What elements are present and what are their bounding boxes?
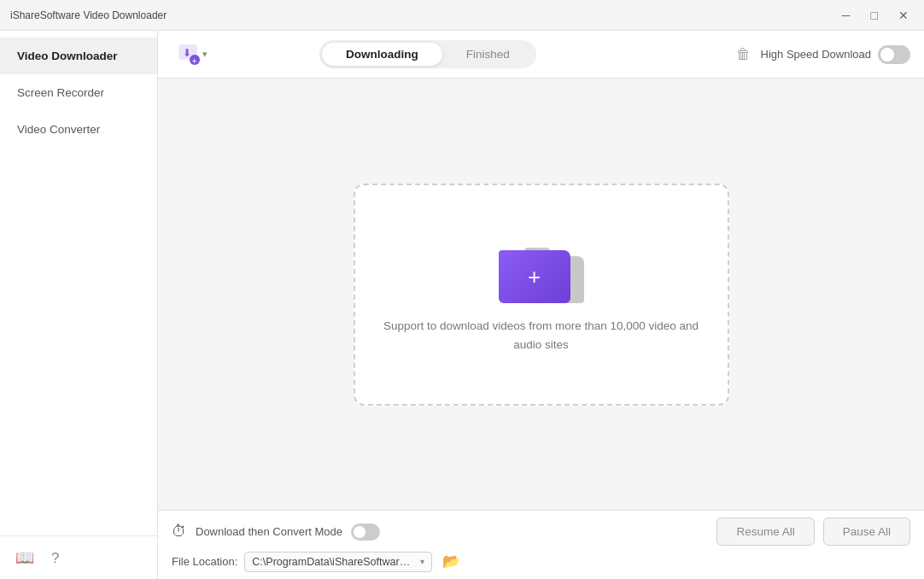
add-download-icon: ⬇ + <box>178 44 201 66</box>
toolbar: ⬇ + ▾ Downloading Finished 🗑 <box>158 31 924 79</box>
resume-all-button[interactable]: Resume All <box>716 518 814 546</box>
bottom-actions: Resume All Pause All <box>716 518 910 546</box>
folder-icon: + <box>499 235 584 303</box>
toggle-slider <box>878 45 910 64</box>
file-location-selector[interactable]: C:\ProgramData\iShareSoftware\Video Down… <box>244 552 432 572</box>
book-icon: 📖 <box>15 549 34 566</box>
tab-toggle: Downloading Finished <box>319 40 536 68</box>
sidebar: Video Downloader Screen Recorder Video C… <box>0 31 158 579</box>
open-folder-button[interactable]: 📂 <box>439 551 464 572</box>
window-controls: ─ □ ✕ <box>837 8 914 23</box>
trash-button[interactable]: 🗑 <box>733 43 754 67</box>
app-body: Video Downloader Screen Recorder Video C… <box>0 31 924 579</box>
bottom-bar: ⏱ Download then Convert Mode Resume All … <box>158 510 924 579</box>
title-bar: iShareSoftware Video Downloader ─ □ ✕ <box>0 0 924 31</box>
svg-text:⬇: ⬇ <box>183 47 191 59</box>
sidebar-bottom: 📖 ? <box>0 535 157 579</box>
svg-text:+: + <box>192 55 197 65</box>
high-speed-toggle[interactable] <box>878 45 910 64</box>
book-icon-button[interactable]: 📖 <box>14 547 36 569</box>
toolbar-right: 🗑 High Speed Download <box>733 43 910 67</box>
file-path-text: C:\ProgramData\iShareSoftware\Video Down… <box>252 556 415 568</box>
sidebar-item-video-downloader[interactable]: Video Downloader <box>0 38 157 74</box>
app-title: iShareSoftware Video Downloader <box>10 9 167 21</box>
drop-zone-area: + Support to download videos from more t… <box>158 79 924 510</box>
open-folder-icon: 📂 <box>442 553 460 570</box>
trash-icon: 🗑 <box>736 46 751 62</box>
close-button[interactable]: ✕ <box>893 8 914 23</box>
main-content: ⬇ + ▾ Downloading Finished 🗑 <box>158 31 924 579</box>
chevron-down-icon: ▾ <box>202 49 208 60</box>
help-icon: ? <box>51 550 59 566</box>
convert-toggle-slider <box>351 523 380 541</box>
add-download-button[interactable]: ⬇ + ▾ <box>172 38 214 71</box>
convert-mode-label: Download then Convert Mode <box>196 525 342 538</box>
sidebar-item-screen-recorder[interactable]: Screen Recorder <box>0 74 157 111</box>
bottom-row2: File Location: C:\ProgramData\iShareSoft… <box>172 551 910 572</box>
minimize-button[interactable]: ─ <box>837 8 856 23</box>
drop-zone-text: Support to download videos from more tha… <box>383 317 699 354</box>
maximize-button[interactable]: □ <box>866 8 883 23</box>
tab-finished[interactable]: Finished <box>442 43 534 66</box>
bottom-row1: ⏱ Download then Convert Mode Resume All … <box>172 518 910 546</box>
add-button-wrapper: ⬇ + ▾ <box>172 38 214 71</box>
file-location-label: File Location: <box>172 555 237 568</box>
file-path-chevron-icon: ▾ <box>420 557 424 566</box>
convert-mode-toggle[interactable] <box>351 523 380 541</box>
pause-all-button[interactable]: Pause All <box>823 518 910 546</box>
drop-zone[interactable]: + Support to download videos from more t… <box>354 184 729 406</box>
clock-icon: ⏱ <box>172 523 187 541</box>
sidebar-item-video-converter[interactable]: Video Converter <box>0 111 157 148</box>
high-speed-label: High Speed Download <box>761 48 871 61</box>
folder-front: + <box>499 250 570 303</box>
tab-downloading[interactable]: Downloading <box>322 43 442 66</box>
folder-plus-icon: + <box>528 266 541 288</box>
help-icon-button[interactable]: ? <box>50 547 61 569</box>
